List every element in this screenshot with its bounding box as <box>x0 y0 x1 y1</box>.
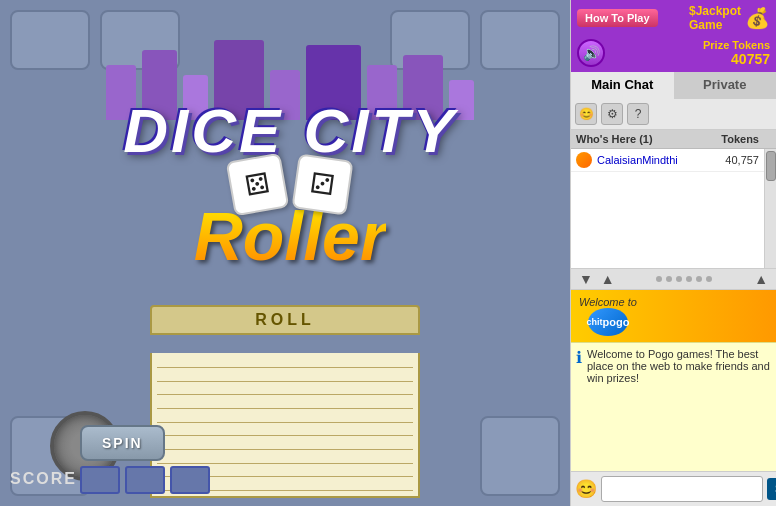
how-to-play-button[interactable]: How To Play <box>577 9 658 27</box>
spin-button[interactable]: SPIN <box>80 425 165 461</box>
toolbar-emote-button[interactable]: 😊 <box>575 103 597 125</box>
scroll-thumb[interactable] <box>766 151 776 181</box>
toolbar-help-button[interactable]: ? <box>627 103 649 125</box>
game-title: DICE CITY <box>123 100 457 162</box>
grid-cell-bottom-2 <box>480 416 560 496</box>
logo-container: DICE CITY ⚄ ⚂ Roller <box>60 0 520 310</box>
game-area: DICE CITY ⚄ ⚂ Roller ROLL <box>0 0 570 506</box>
score-line <box>157 358 413 368</box>
dot-indicator <box>619 276 750 282</box>
indicator-dot-4 <box>686 276 692 282</box>
scroll-right-arrow[interactable]: ▲ <box>750 271 772 287</box>
score-box-3 <box>170 466 210 494</box>
die-2: ⚂ <box>291 153 353 215</box>
chat-input[interactable] <box>601 476 763 502</box>
score-label: SCORE <box>10 470 77 488</box>
info-icon: ℹ <box>576 348 582 384</box>
user-list-container: CalaisianMindthi 40,757 <box>571 149 776 268</box>
scroll-up-arrow[interactable]: ▲ <box>597 271 619 287</box>
welcome-text: Welcome to Pogo games! The best place on… <box>587 348 771 384</box>
chat-tabs: Main Chat Private <box>571 72 776 99</box>
user-list: CalaisianMindthi 40,757 <box>571 149 764 268</box>
score-line <box>157 399 413 409</box>
toolbar-settings-button[interactable]: ⚙ <box>601 103 623 125</box>
score-line <box>157 372 413 382</box>
indicator-dot-2 <box>666 276 672 282</box>
indicator-dot-3 <box>676 276 682 282</box>
prize-tokens-value: 40757 <box>703 51 770 67</box>
volume-button[interactable]: 🔊 <box>577 39 605 67</box>
score-box-1 <box>80 466 120 494</box>
whos-here-label: Who's Here (1) <box>571 130 704 148</box>
user-name: CalaisianMindthi <box>597 154 725 166</box>
indicator-dot-6 <box>706 276 712 282</box>
welcome-message: ℹ Welcome to Pogo games! The best place … <box>571 342 776 472</box>
scroll-track[interactable] <box>764 149 776 268</box>
prize-tokens-section: Prize Tokens 40757 <box>703 39 770 67</box>
score-boxes <box>80 466 210 494</box>
whos-here-header: Who's Here (1) Tokens <box>571 130 776 149</box>
score-line <box>157 385 413 395</box>
user-tokens: 40,757 <box>725 154 759 166</box>
indicator-dot-1 <box>656 276 662 282</box>
score-line <box>157 440 413 450</box>
tab-main-chat[interactable]: Main Chat <box>571 72 674 99</box>
emoji-button[interactable]: 😊 <box>575 478 597 500</box>
score-line <box>157 454 413 464</box>
tab-private[interactable]: Private <box>674 72 777 99</box>
scroll-down-arrow[interactable]: ▼ <box>575 271 597 287</box>
welcome-banner: Welcome to chit pogo <box>571 290 776 342</box>
send-button[interactable]: SEND <box>767 478 776 500</box>
game-subtitle: Roller <box>194 202 387 270</box>
chat-input-area: 😊 SEND <box>571 471 776 506</box>
scroll-arrows-row: ▼ ▲ ▲ <box>571 268 776 290</box>
dice-area: ⚄ ⚂ <box>230 157 350 212</box>
prize-tokens-label: Prize Tokens <box>703 39 770 51</box>
chat-panel: How To Play $JackpotGame 💰 🔊 Prize Token… <box>570 0 776 506</box>
welcome-text-top: Welcome to <box>579 296 637 308</box>
score-line <box>157 426 413 436</box>
score-line <box>157 413 413 423</box>
chit-label: chit <box>586 317 602 327</box>
dollar-sign-icon: 💰 <box>745 6 770 30</box>
user-row: CalaisianMindthi 40,757 <box>571 149 764 172</box>
welcome-logo: Welcome to chit pogo <box>579 296 637 336</box>
roll-label: ROLL <box>150 305 420 335</box>
tokens-col-label: Tokens <box>704 130 764 148</box>
indicator-dot-5 <box>696 276 702 282</box>
jackpot-game-label: $JackpotGame <box>689 4 741 32</box>
pogo-logo: chit pogo <box>588 308 628 336</box>
pogo-label: pogo <box>603 316 630 328</box>
user-avatar <box>576 152 592 168</box>
die-1: ⚄ <box>226 153 290 217</box>
score-box-2 <box>125 466 165 494</box>
chat-toolbar: 😊 ⚙ ? <box>571 99 776 130</box>
